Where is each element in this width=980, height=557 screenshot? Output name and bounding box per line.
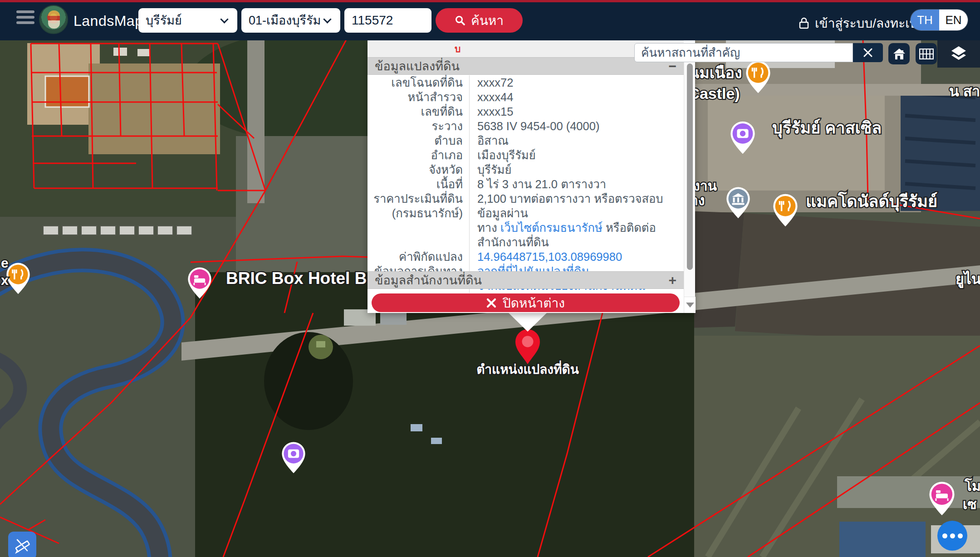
lang-en-button[interactable]: EN [939,10,968,30]
table-row: ระวาง 5638 IV 9454-00 (4000) [368,119,684,133]
grid-icon [919,49,934,59]
search-button[interactable]: ค้นหา [436,8,523,33]
search-button-label: ค้นหา [471,10,504,30]
row-label: ราคาประเมินที่ดิน (กรมธนารักษ์) [368,191,469,249]
map-label-partial: e [1,255,9,270]
row-label: จังหวัด [368,162,469,177]
lang-th-button[interactable]: TH [911,10,939,30]
map-building-br [837,476,980,508]
grid-tool-button[interactable] [916,43,937,64]
language-toggle: TH EN [911,10,968,30]
map-label-buriram-castle: บุรีรัมย์ คาสเซิล [772,118,882,138]
section-title: ข้อมูลสำนักงานที่ดิน [375,270,482,290]
table-row: จังหวัด บุรีรัมย์ [368,162,684,177]
map-warehouse [380,311,407,325]
department-of-lands-logo[interactable] [39,5,68,34]
row-label: ตำบล [368,133,469,148]
row-value: 8 ไร่ 3 งาน 21.0 ตารางวา [469,177,684,191]
measure-icon [14,537,31,554]
table-row: ตำบล อิสาณ [368,133,684,148]
district-select[interactable]: 01-เมืองบุรีรัมย์ [241,8,340,33]
map-fields-bottomright [694,336,980,557]
row-value: xxxx72 [469,75,684,90]
row-value: 2,100 บาทต่อตารางวา หรือตรวจสอบข้อมูลผ่า… [469,191,684,249]
table-row-price: ราคาประเมินที่ดิน (กรมธนารักษ์) 2,100 บา… [368,191,684,249]
scrollbar-down-button[interactable] [684,297,696,313]
parcel-info-panel: บ ข้อมูลแปลงที่ดิน − เลขโฉนดที่ดิน xxxx7… [368,40,695,313]
map-pond [264,332,353,430]
map-label-partial: x [1,273,9,288]
arrow-down-icon [686,303,694,308]
row-label: ระวาง [368,119,469,133]
landsmaps-app: BRIC Box Hotel Bur นมเนือง (Castle) บุรี… [0,0,980,557]
map-blue-roof-building [839,522,926,557]
lock-icon [799,17,809,29]
map-label-road: น สา [949,83,980,99]
row-value: 5638 IV 9454-00 (4000) [469,119,684,133]
row-value: อิสาณ [469,133,684,148]
table-row: อำเภอ เมืองบุรีรัมย์ [368,148,684,162]
map-small-house [137,49,149,56]
map-label-partial: เซ [963,497,977,512]
place-search-close-button[interactable] [853,43,883,62]
land-office-section-header[interactable]: ข้อมูลสำนักงานที่ดิน + [368,271,684,289]
close-window-label: ปิดหน้าต่าง [503,293,565,313]
parcel-info-rows: เลขโฉนดที่ดิน xxxx72 หน้าสำรวจ xxxx44 เล… [368,75,684,293]
layers-icon [950,45,968,63]
coordinates-link[interactable]: 14.96448715,103.08969980 [477,250,622,263]
row-label: เนื้อที่ [368,177,469,191]
section-title: ข้อมูลแปลงที่ดิน [375,56,460,76]
expand-icon[interactable]: + [668,274,676,287]
map-small-house [113,48,127,56]
home-icon [892,48,906,60]
close-window-button[interactable]: ปิดหน้าต่าง [372,293,680,312]
map-label-partial: โม [964,478,980,493]
scrollbar-thumb[interactable] [687,64,693,270]
home-extent-button[interactable] [888,43,910,64]
close-icon [486,298,496,308]
table-row: เนื้อที่ 8 ไร่ 3 งาน 21.0 ตารางวา [368,177,684,191]
top-navbar: LandsMaps บุรีรัมย์ 01-เมืองบุรีรัมย์ ค้… [0,2,980,40]
row-label: ค่าพิกัดแปลง [368,249,469,264]
map-shed [431,438,442,444]
parcel-number-input[interactable] [344,8,431,33]
map-shed [411,424,422,431]
row-label: เลขโฉนดที่ดิน [368,75,469,90]
panel-scrollbar[interactable] [684,57,695,313]
table-row: เลขโฉนดที่ดิน xxxx72 [368,75,684,90]
province-select[interactable]: บุรีรัมย์ [138,8,237,33]
map-label-united: ยูไนเต็ด [956,270,980,288]
map-label-mcdonalds: แมคโดนัลด์บุรีรัมย์ [806,191,937,212]
search-icon [455,15,466,26]
table-row: เลขที่ดิน xxxx15 [368,104,684,119]
map-dirt [88,64,220,154]
basemap-layers-button[interactable] [937,40,980,68]
row-value: บุรีรัมย์ [469,162,684,177]
map-island-hut [316,341,325,347]
map-label-partial: งาน [693,178,717,193]
row-label: หน้าสำรวจ [368,90,469,104]
place-search-input[interactable] [634,43,853,62]
place-search-box [634,43,853,62]
menu-icon[interactable] [16,10,36,29]
table-row-coordinates: ค่าพิกัดแปลง 14.96448715,103.08969980 [368,249,684,264]
map-label-bric-hotel: BRIC Box Hotel Bur [226,269,383,288]
row-value: เมืองบุรีรัมย์ [469,148,684,162]
more-options-button[interactable] [937,521,967,551]
row-label: อำเภอ [368,148,469,162]
measure-tools-button[interactable] [8,532,36,557]
top-red-line [0,0,980,2]
close-icon [863,48,873,58]
treasury-website-link[interactable]: เว็บไซต์กรมธนารักษ์ [500,221,603,234]
row-label: เลขที่ดิน [368,104,469,119]
map-label-castle-th: นมเนือง [689,64,742,81]
row-value: xxxx44 [469,90,684,104]
map-text-showthrough: บ [455,41,461,56]
row-value: xxxx15 [469,104,684,119]
map-label-parcel-position: ตำแหน่งแปลงที่ดิน [476,360,579,376]
table-row: หน้าสำรวจ xxxx44 [368,90,684,104]
